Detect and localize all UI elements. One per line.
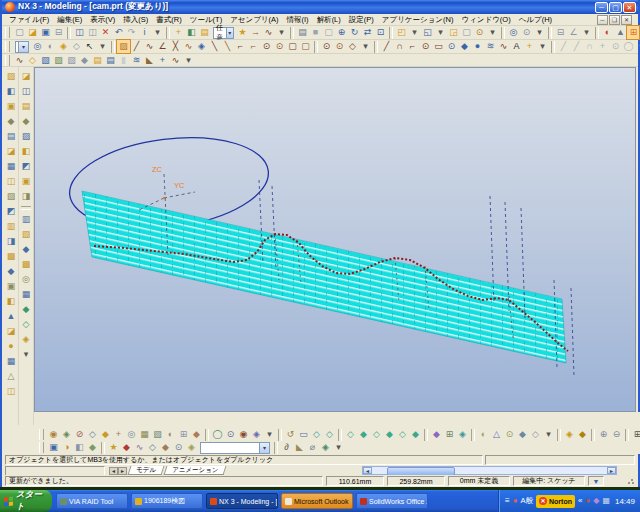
redo-icon[interactable]: ↷: [125, 26, 138, 39]
print-icon[interactable]: ⊟: [52, 26, 65, 39]
view-tri-icon[interactable]: △: [490, 428, 503, 441]
pan-view-icon[interactable]: ⇄: [361, 26, 374, 39]
bound-icon[interactable]: ▭: [297, 428, 310, 441]
more-snap-icon[interactable]: ▾: [275, 26, 288, 39]
free-spline-icon[interactable]: ∿: [497, 40, 510, 53]
menu-analysis[interactable]: 解析(L): [313, 15, 345, 25]
section-surface-icon[interactable]: ◆: [78, 54, 91, 67]
snap-end-icon[interactable]: ◇: [344, 428, 357, 441]
motion-icon[interactable]: ⊞: [631, 428, 640, 441]
viewport-canvas[interactable]: ZC YC: [35, 68, 635, 411]
menu-file[interactable]: ファイル(F): [5, 15, 53, 25]
tab-scroll-right-button[interactable]: ►: [118, 467, 127, 475]
part-navigator-icon[interactable]: ▥: [20, 212, 33, 227]
information-icon[interactable]: i: [138, 26, 151, 39]
analysis-curvature-icon[interactable]: ◐: [601, 26, 614, 39]
wave-link-icon[interactable]: ▩: [20, 257, 33, 272]
move-object-icon[interactable]: +: [172, 26, 185, 39]
hole-icon[interactable]: ▦: [5, 159, 18, 174]
ellipse-icon[interactable]: ⊙: [445, 40, 458, 53]
feature-sphere-icon[interactable]: ◆: [5, 114, 18, 129]
op-join-icon[interactable]: +: [112, 428, 125, 441]
unite-icon[interactable]: ▩: [5, 249, 18, 264]
rotate-view-icon[interactable]: ↻: [348, 26, 361, 39]
extrude-icon[interactable]: ▤: [5, 129, 18, 144]
snap-b-icon[interactable]: ◇: [323, 428, 336, 441]
horizontal-scrollbar[interactable]: ◄ ►: [362, 466, 617, 475]
circle-2-icon[interactable]: ⊙: [273, 40, 286, 53]
groove-icon[interactable]: ◨: [5, 234, 18, 249]
zoom-out-s-icon[interactable]: ⊖: [610, 428, 623, 441]
measure-icon[interactable]: ⊟: [554, 26, 567, 39]
b-orient-icon[interactable]: ◑: [60, 441, 73, 454]
datum-axis-icon[interactable]: ▤: [20, 99, 33, 114]
law-curve-icon[interactable]: ≋: [484, 40, 497, 53]
studio-spline-icon[interactable]: ◈: [195, 40, 208, 53]
more-window-icon[interactable]: ▾: [408, 26, 421, 39]
basic-circle-icon[interactable]: ⊙: [419, 40, 432, 53]
plane-snap-icon[interactable]: ◈: [456, 428, 469, 441]
orbit-icon[interactable]: ⊙: [520, 26, 533, 39]
basic-line-icon[interactable]: ╱: [380, 40, 393, 53]
snap-quad-icon[interactable]: ◇: [396, 428, 409, 441]
more-a2-icon[interactable]: ▾: [542, 428, 555, 441]
select-general-icon[interactable]: ◎: [31, 40, 44, 53]
close-button[interactable]: ✕: [623, 2, 636, 13]
extract-icon[interactable]: ◩: [20, 159, 33, 174]
fit-view-icon[interactable]: ⊡: [374, 26, 387, 39]
op-mesh-icon[interactable]: ▦: [138, 428, 151, 441]
rect-2-icon[interactable]: ▢: [299, 40, 312, 53]
tray-app-icon-2[interactable]: ◆: [593, 497, 599, 505]
wireframe-display-icon[interactable]: ▤: [296, 26, 309, 39]
feature-cone-icon[interactable]: ▣: [5, 99, 18, 114]
mdi-close-button[interactable]: ✕: [621, 15, 632, 25]
tray-expand-chevron-icon[interactable]: «: [578, 497, 582, 505]
tray-menu-icon[interactable]: ≡: [505, 497, 510, 505]
corner-2-icon[interactable]: ⌐: [247, 40, 260, 53]
pad-icon[interactable]: ◩: [5, 204, 18, 219]
menu-application[interactable]: アプリケーション(N): [378, 15, 458, 25]
edit-ellipse-icon[interactable]: ◯: [622, 40, 635, 53]
snap-exist-icon[interactable]: ◆: [409, 428, 422, 441]
op-revolve-icon[interactable]: ◈: [60, 428, 73, 441]
line-2-icon[interactable]: ╲: [208, 40, 221, 53]
edit-plus-icon[interactable]: +: [596, 40, 609, 53]
select-feature-icon[interactable]: ◈: [57, 40, 70, 53]
edit-circle-icon[interactable]: ⊙: [609, 40, 622, 53]
b-curve-icon[interactable]: ∿: [133, 441, 146, 454]
op-extrude-icon[interactable]: ◉: [47, 428, 60, 441]
boss-icon[interactable]: ◫: [5, 174, 18, 189]
pin-icon[interactable]: ⊙: [473, 26, 486, 39]
corner-icon[interactable]: ⌐: [234, 40, 247, 53]
copy-icon[interactable]: ◫: [86, 26, 99, 39]
new-sheet-icon[interactable]: ▢: [460, 26, 473, 39]
intersect-icon[interactable]: ▣: [5, 279, 18, 294]
menu-help[interactable]: ヘルプ(H): [515, 15, 556, 25]
surface-fold-icon[interactable]: ◈: [20, 332, 33, 347]
tray-app-icon-1[interactable]: ●: [585, 497, 590, 505]
toolbar-grip[interactable]: [39, 442, 44, 453]
shell-icon[interactable]: ◪: [5, 324, 18, 339]
edit-point-icon[interactable]: +: [635, 40, 640, 53]
more-surface-icon[interactable]: ▾: [182, 54, 195, 67]
new-icon[interactable]: ▢: [13, 26, 26, 39]
sel-diamond-icon[interactable]: ◈: [250, 428, 263, 441]
sel-point-icon[interactable]: ⊙: [224, 428, 237, 441]
swept-icon[interactable]: ▧: [65, 54, 78, 67]
b-dm2-icon[interactable]: ◆: [159, 441, 172, 454]
edit-line-icon[interactable]: ╱: [557, 40, 570, 53]
b-teal-icon[interactable]: ◈: [319, 441, 332, 454]
op-surface-icon[interactable]: ▧: [151, 428, 164, 441]
more-dock-icon[interactable]: ▾: [20, 347, 33, 362]
view-pt-icon[interactable]: ⊙: [503, 428, 516, 441]
b-clip-icon[interactable]: ◧: [73, 441, 86, 454]
undo-icon[interactable]: ↶: [112, 26, 125, 39]
menu-assemblies[interactable]: アセンブリ(A): [226, 15, 282, 25]
task-via-raid[interactable]: VIA RAID Tool: [56, 493, 128, 509]
more-curve-icon[interactable]: ▾: [359, 40, 372, 53]
task-nx[interactable]: NX 3 - Modeling - [c...: [206, 493, 278, 509]
vector-icon[interactable]: →: [249, 26, 262, 39]
op-project-icon[interactable]: ◎: [125, 428, 138, 441]
toolbar-grip[interactable]: [5, 27, 10, 38]
view-window-icon[interactable]: ◧: [185, 26, 198, 39]
